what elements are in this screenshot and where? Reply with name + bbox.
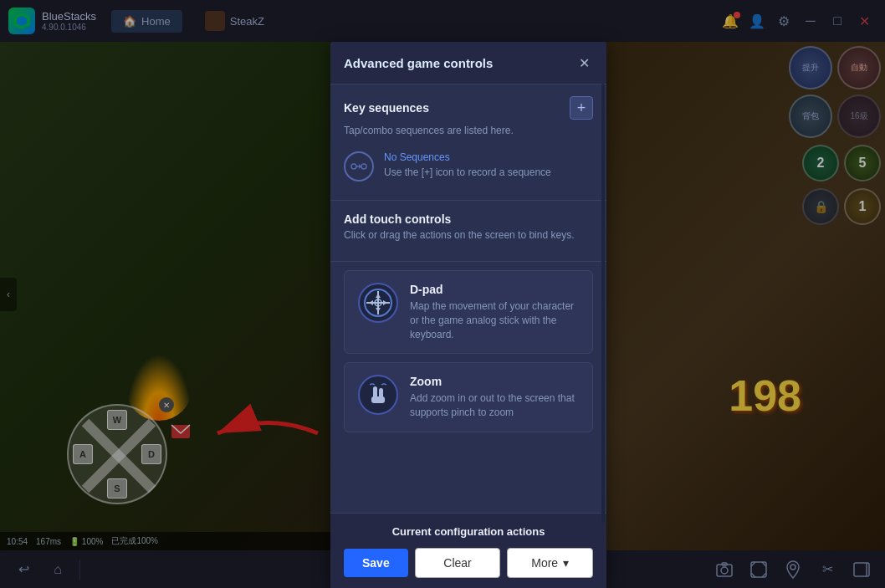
add-sequence-button[interactable]: + <box>570 96 593 120</box>
sequence-icon <box>344 151 374 182</box>
current-config-title: Current configuration actions <box>344 525 593 538</box>
dpad-desc: Map the movement of your character or th… <box>410 299 579 341</box>
zoom-info: Zoom Add zoom in or out to the screen th… <box>410 375 579 420</box>
add-touch-controls-desc: Click or drag the actions on the screen … <box>344 229 593 241</box>
save-button[interactable]: Save <box>344 549 408 577</box>
no-sequences-area: No Sequences Use the [+] icon to record … <box>344 145 593 188</box>
svg-marker-17 <box>383 300 387 305</box>
svg-point-7 <box>361 164 366 169</box>
dpad-info: D-pad Map the movement of your character… <box>410 283 579 341</box>
key-sequences-desc: Tap/combo sequences are listed here. <box>344 125 593 136</box>
no-sequences-desc: Use the [+] icon to record a sequence <box>384 166 593 180</box>
key-sequences-header: Key sequences + <box>344 96 593 120</box>
svg-marker-14 <box>376 294 381 298</box>
dpad-control-item[interactable]: D-pad Map the movement of your character… <box>344 270 593 354</box>
modal-title: Advanced game controls <box>344 56 493 70</box>
zoom-icon <box>358 375 398 415</box>
key-sequences-title: Key sequences <box>344 101 429 115</box>
current-config-section: Current configuration actions Save Clear… <box>330 513 606 588</box>
no-sequences-title: No Sequences <box>384 151 593 163</box>
modal-close-button[interactable]: ✕ <box>575 54 593 72</box>
svg-rect-20 <box>371 396 385 403</box>
zoom-desc: Add zoom in or out to the screen that su… <box>410 391 579 420</box>
zoom-control-item[interactable]: Zoom Add zoom in or out to the screen th… <box>344 362 593 432</box>
add-touch-controls-title: Add touch controls <box>344 212 593 226</box>
sequence-icon-svg <box>350 160 367 173</box>
zoom-title: Zoom <box>410 375 579 388</box>
dpad-icon <box>358 283 398 323</box>
dpad-title: D-pad <box>410 283 579 296</box>
key-sequences-section: Key sequences + Tap/combo sequences are … <box>330 84 606 201</box>
svg-marker-15 <box>376 308 381 312</box>
add-touch-controls-section: Add touch controls Click or drag the act… <box>330 201 606 262</box>
zoom-icon-svg <box>363 380 393 410</box>
config-buttons: Save Clear More ▾ <box>344 548 593 578</box>
more-button[interactable]: More ▾ <box>507 548 593 578</box>
svg-marker-9 <box>359 164 361 169</box>
advanced-game-controls-modal: Advanced game controls ✕ Key sequences +… <box>330 42 606 588</box>
svg-marker-16 <box>369 300 373 305</box>
more-chevron-icon: ▾ <box>563 556 569 570</box>
modal-header: Advanced game controls ✕ <box>330 42 606 84</box>
clear-button[interactable]: Clear <box>415 548 501 578</box>
dpad-icon-svg <box>363 288 393 318</box>
no-sequences-text: No Sequences Use the [+] icon to record … <box>384 151 593 180</box>
more-label: More <box>531 556 558 570</box>
svg-rect-18 <box>373 386 377 398</box>
modal-scrollbar[interactable] <box>601 84 605 523</box>
modal-body[interactable]: Key sequences + Tap/combo sequences are … <box>330 84 606 513</box>
svg-point-6 <box>351 164 356 169</box>
